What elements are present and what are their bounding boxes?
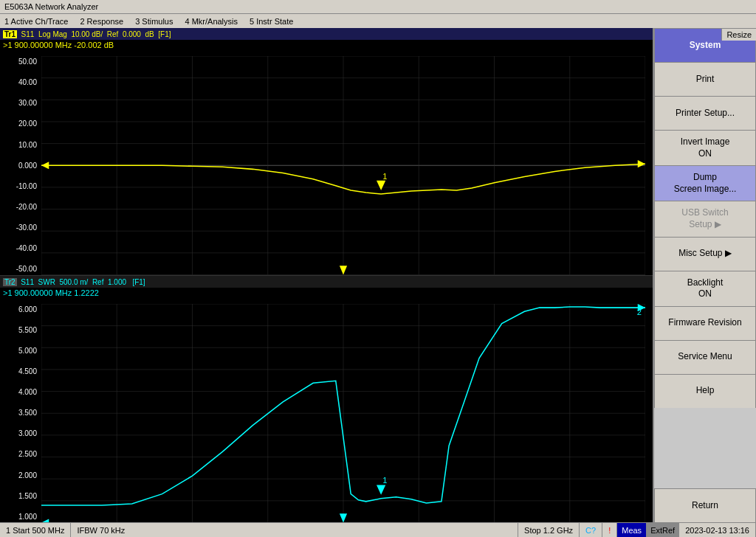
chart-top: Tr1 S11 Log Mag 10.00 dB/ Ref 0.000 dB [… <box>0 28 653 276</box>
chart-bottom-header: Tr2 S11 SWR 500.0 m/ Ref 1.000 [F1] <box>0 276 653 288</box>
resize-button[interactable]: Resize <box>721 29 756 41</box>
svg-text:1: 1 <box>382 172 387 181</box>
svg-marker-22 <box>41 162 49 169</box>
menu-mkr-analysis[interactable]: 4 Mkr/Analysis <box>185 17 238 26</box>
bottom-chart-canvas: 1 2 <box>41 304 645 523</box>
return-button[interactable]: Return <box>654 488 756 522</box>
top-trace-label: Tr1 S11 Log Mag 10.00 dB/ Ref 0.000 dB [… <box>3 30 171 38</box>
app-title: E5063A Network Analyzer <box>4 2 98 11</box>
warning-icon: ! <box>602 523 617 537</box>
bottom-trace-label: Tr2 S11 SWR 500.0 m/ Ref 1.000 [F1] <box>3 278 145 286</box>
printer-setup-button[interactable]: Printer Setup... <box>654 96 756 130</box>
chart-bottom: Tr2 S11 SWR 500.0 m/ Ref 1.000 [F1] >1 9… <box>0 276 653 523</box>
svg-marker-24 <box>340 266 347 274</box>
bottom-chart-svg: 1 2 <box>41 304 645 523</box>
bottom-marker-info: >1 900.00000 MHz 1.2222 <box>0 288 653 298</box>
bottom-y-axis: 6.000 5.500 5.000 4.500 4.000 3.500 3.00… <box>0 304 41 523</box>
menu-active-ch[interactable]: 1 Active Ch/Trace <box>4 17 68 26</box>
start-freq: 1 Start 500 MHz <box>0 523 71 537</box>
menu-response[interactable]: 2 Response <box>80 17 123 26</box>
help-button[interactable]: Help <box>654 374 756 408</box>
menu-instr-state[interactable]: 5 Instr State <box>250 17 293 26</box>
dump-screen-button[interactable]: DumpScreen Image... <box>654 165 756 201</box>
chart-area: Tr1 S11 Log Mag 10.00 dB/ Ref 0.000 dB [… <box>0 28 653 522</box>
svg-text:1: 1 <box>382 476 387 485</box>
svg-marker-48 <box>41 519 49 522</box>
datetime: 2023-02-13 13:16 <box>679 523 756 537</box>
usb-switch-button: USB SwitchSetup ▶ <box>654 201 756 236</box>
backlight-button[interactable]: BacklightON <box>654 271 756 306</box>
main-layout: Tr1 S11 Log Mag 10.00 dB/ Ref 0.000 dB [… <box>0 28 756 522</box>
invert-image-button[interactable]: Invert ImageON <box>654 130 756 165</box>
ifbw: IFBW 70 kHz <box>71 523 518 537</box>
top-chart-canvas: 1 <box>41 56 645 275</box>
svg-marker-23 <box>638 160 645 167</box>
meas-badge: Meas <box>617 523 646 537</box>
chart-top-header: Tr1 S11 Log Mag 10.00 dB/ Ref 0.000 dB [… <box>0 28 653 40</box>
menu-stimulus[interactable]: 3 Stimulus <box>135 17 173 26</box>
status-bar: 1 Start 500 MHz IFBW 70 kHz Stop 1.2 GHz… <box>0 522 756 537</box>
svg-marker-50 <box>340 513 347 522</box>
top-y-axis: 50.00 40.00 30.00 20.00 10.00 0.000 -10.… <box>0 56 41 275</box>
menu-bar: 1 Active Ch/Trace 2 Response 3 Stimulus … <box>0 13 756 28</box>
print-button[interactable]: Print <box>654 62 756 96</box>
title-bar: E5063A Network Analyzer <box>0 0 756 13</box>
top-chart-svg: 1 <box>41 56 645 275</box>
unknown-badge: C? <box>580 523 602 537</box>
right-panel: System Print Printer Setup... Invert Ima… <box>653 28 756 522</box>
svg-marker-45 <box>377 485 385 494</box>
misc-setup-button[interactable]: Misc Setup ▶ <box>654 237 756 271</box>
extref-badge: ExtRef <box>646 523 679 537</box>
top-marker-info: >1 900.00000 MHz -20.002 dB <box>0 40 653 50</box>
service-menu-button[interactable]: Service Menu <box>654 340 756 374</box>
firmware-revision-button[interactable]: Firmware Revision <box>654 306 756 340</box>
stop-freq: Stop 1.2 GHz <box>518 523 580 537</box>
svg-marker-20 <box>377 181 385 190</box>
